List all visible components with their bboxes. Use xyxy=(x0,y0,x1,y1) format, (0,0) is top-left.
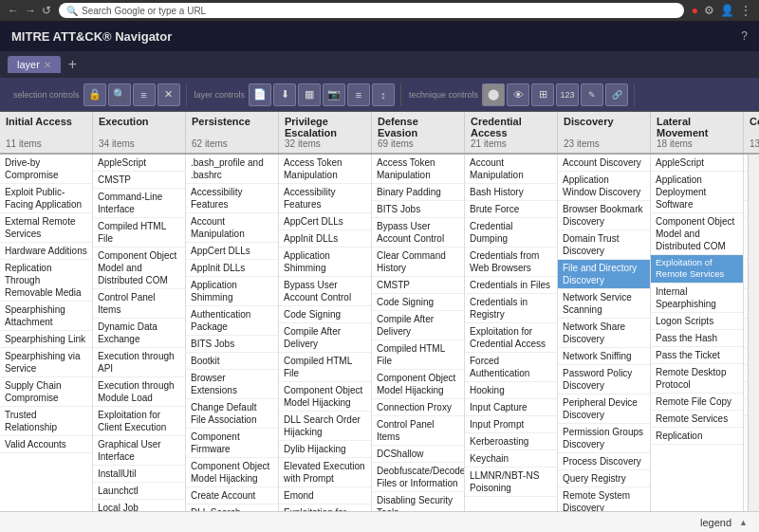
table-row[interactable]: Code Signing xyxy=(279,306,371,323)
table-row[interactable]: DLL Search Order Hijacking xyxy=(279,412,371,441)
table-row[interactable]: Remote System Discovery xyxy=(558,487,650,511)
table-row[interactable]: Account Discovery xyxy=(558,155,650,172)
table-row[interactable]: Exploitation for Client Execution xyxy=(93,407,185,436)
table-row[interactable]: Elevated Execution with Prompt xyxy=(279,458,371,487)
table-row[interactable]: Domain Trust Discovery xyxy=(558,230,650,260)
table-row[interactable]: Input Capture xyxy=(465,399,557,416)
table-row[interactable]: AppCert DLLs xyxy=(279,213,371,230)
table-row[interactable]: Component Object Model Hijacking xyxy=(186,458,278,487)
table-row[interactable]: Credentials in Registry xyxy=(465,294,557,323)
table-row[interactable]: AppCert DLLs xyxy=(186,243,278,260)
table-row[interactable]: Command-Line Interface xyxy=(93,189,185,218)
table-row[interactable]: .bash_profile and .bashrc xyxy=(186,155,278,184)
table-row[interactable]: Replication Through Removable Media xyxy=(0,260,92,302)
help-button[interactable]: ? xyxy=(741,29,748,43)
table-row[interactable]: Component Object Model and Distributed C… xyxy=(651,213,743,255)
table-row[interactable]: Spearphishing via Service xyxy=(0,348,92,377)
download-button[interactable]: ⬇ xyxy=(273,83,296,106)
table-row[interactable]: Pass the Ticket xyxy=(651,347,743,364)
table-row[interactable]: Bypass User Account Control xyxy=(279,277,371,306)
table-row[interactable]: Exploitation for Privilege Escalation xyxy=(279,504,371,511)
table-row[interactable]: DCShallow xyxy=(372,446,464,463)
table-row[interactable]: Component Object Model Hijacking xyxy=(279,382,371,412)
table-row[interactable]: Application Deployment Software xyxy=(651,172,743,213)
table-row[interactable]: Clear Command History xyxy=(372,248,464,277)
table-row[interactable]: BITS Jobs xyxy=(186,336,278,353)
table-row[interactable]: File and Directory Discovery xyxy=(558,260,650,289)
refresh-button[interactable]: ↺ xyxy=(42,4,51,17)
table-row[interactable]: Execution through API xyxy=(93,348,185,377)
table-row[interactable]: Credentials from Web Browsers xyxy=(465,248,557,277)
table-row[interactable]: Local Job xyxy=(93,500,185,511)
table-row[interactable]: Component Firmware xyxy=(186,429,278,458)
tab-close-button[interactable]: ✕ xyxy=(44,60,51,70)
table-row[interactable]: Dylib Hijacking xyxy=(279,441,371,458)
table-row[interactable]: Accessibility Features xyxy=(279,184,371,213)
table-row[interactable]: Accessibility Features xyxy=(186,184,278,213)
table-row[interactable]: Dynamic Data Exchange xyxy=(93,319,185,348)
table-row[interactable]: Application Shimming xyxy=(279,248,371,277)
table-row[interactable]: Emond xyxy=(279,487,371,504)
table-row[interactable]: Application Shimming xyxy=(186,277,278,306)
table-row[interactable]: Trusted Relationship xyxy=(0,407,92,436)
table-row[interactable]: Control Panel Items xyxy=(372,416,464,446)
back-button[interactable]: ← xyxy=(8,4,19,17)
expand-button[interactable]: ↕ xyxy=(372,83,395,106)
forward-button[interactable]: → xyxy=(25,4,36,17)
table-row[interactable]: Hardware Additions xyxy=(0,243,92,260)
grid-button[interactable]: ▦ xyxy=(298,83,321,106)
table-row[interactable]: External Remote Services xyxy=(0,213,92,243)
table-row[interactable]: CMSTP xyxy=(93,172,185,189)
table-row[interactable]: Exploit Public-Facing Application xyxy=(0,184,92,213)
table-row[interactable]: Input Prompt xyxy=(465,416,557,433)
table-row[interactable]: Network Service Scanning xyxy=(558,289,650,319)
table-row[interactable]: Account Manipulation xyxy=(465,155,557,184)
table-row[interactable]: Execution through Module Load xyxy=(93,377,185,407)
table-row[interactable]: Valid Accounts xyxy=(0,436,92,453)
table-row[interactable]: Compile After Delivery xyxy=(279,323,371,353)
color-button[interactable]: ⬤ xyxy=(482,83,505,106)
table-row[interactable]: Compiled HTML File xyxy=(279,353,371,382)
table-row[interactable]: Component Object Model and Distributed C… xyxy=(93,248,185,289)
table-row[interactable]: Supply Chain Compromise xyxy=(0,377,92,407)
table-row[interactable]: Query Registry xyxy=(558,470,650,487)
table-row[interactable]: Credential Dumping xyxy=(465,218,557,248)
table-row[interactable]: Access Token Manipulation xyxy=(372,155,464,184)
table-row[interactable]: Authentication Package xyxy=(186,306,278,336)
table-row[interactable]: Credentials in Files xyxy=(465,277,557,294)
table-row[interactable]: Keychain xyxy=(465,450,557,468)
table-row[interactable]: Pass the Hash xyxy=(651,330,743,347)
table-row[interactable]: Process Discovery xyxy=(558,453,650,470)
camera-button[interactable]: 📷 xyxy=(323,83,345,106)
lock-button[interactable]: 🔒 xyxy=(83,83,106,106)
table-row[interactable]: Launchctl xyxy=(93,483,185,500)
table-row[interactable]: Browser Extensions xyxy=(186,370,278,399)
table-row[interactable]: Bash History xyxy=(465,184,557,201)
table-row[interactable]: Application Window Discovery xyxy=(558,172,650,201)
table-row[interactable]: Connection Proxy xyxy=(372,399,464,416)
tab-layer[interactable]: layer ✕ xyxy=(8,56,61,73)
visibility-button[interactable]: 👁 xyxy=(507,83,529,106)
table-row[interactable]: BITS Jobs xyxy=(372,201,464,218)
new-tab-button[interactable]: + xyxy=(68,56,77,73)
sort-button[interactable]: ≡ xyxy=(347,83,370,106)
table-row[interactable]: Compiled HTML File xyxy=(93,218,185,248)
table-row[interactable]: CMSTP xyxy=(372,277,464,294)
comment-button[interactable]: ✎ xyxy=(581,83,603,106)
table-row[interactable]: Replication xyxy=(651,428,743,445)
scrollbar[interactable] xyxy=(748,155,759,511)
table-row[interactable]: Password Policy Discovery xyxy=(558,365,650,394)
table-row[interactable]: DLL Search xyxy=(186,504,278,511)
table-row[interactable]: Browser Bookmark Discovery xyxy=(558,201,650,230)
table-row[interactable]: Create Account xyxy=(186,487,278,504)
table-row[interactable]: Remote Services xyxy=(651,411,743,428)
table-row[interactable]: InstallUtil xyxy=(93,466,185,483)
table-row[interactable]: AppleScript xyxy=(651,155,743,172)
filter-button[interactable]: ≡ xyxy=(133,83,156,106)
link-button[interactable]: 🔗 xyxy=(605,83,628,106)
table-row[interactable]: Account Manipulation xyxy=(186,213,278,243)
clear-button[interactable]: ✕ xyxy=(157,83,180,106)
table-row[interactable]: Bootkit xyxy=(186,353,278,370)
table-row[interactable]: LLMNR/NBT-NS Poisoning xyxy=(465,468,557,497)
address-bar[interactable]: 🔍 Search Google or type a URL xyxy=(59,3,684,18)
